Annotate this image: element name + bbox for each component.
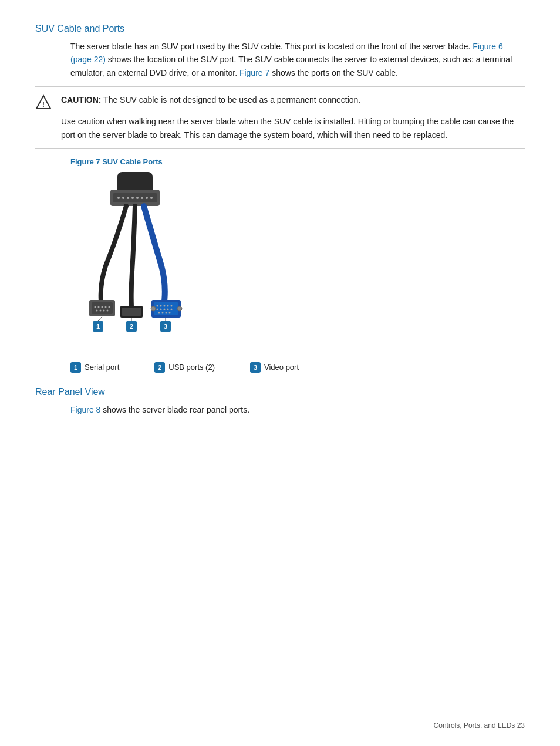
svg-point-17: [102, 306, 103, 308]
svg-text:!: !: [42, 100, 45, 109]
svg-text:3: 3: [164, 323, 167, 330]
svg-point-23: [107, 309, 109, 311]
figure8-link[interactable]: Figure 8: [70, 405, 100, 414]
svg-point-39: [162, 312, 164, 313]
svg-point-29: [160, 305, 162, 306]
svg-point-9: [136, 197, 139, 199]
svg-point-43: [177, 306, 182, 311]
rear-panel-text: shows the server blade rear panel ports.: [100, 405, 249, 414]
svg-point-22: [103, 309, 105, 311]
legend-label-1: Serial port: [85, 363, 119, 372]
svg-point-7: [127, 197, 129, 199]
svg-point-6: [122, 197, 124, 199]
caution-label: CAUTION:: [61, 95, 101, 104]
legend-badge-1: 1: [70, 362, 81, 373]
legend-badge-3: 3: [250, 362, 261, 373]
svg-point-36: [167, 308, 169, 310]
legend-label-3: Video port: [264, 363, 299, 372]
suv-paragraph: The server blade has an SUV port used by…: [70, 40, 525, 79]
svg-point-18: [105, 306, 107, 308]
figure-image: 1 2 3: [70, 172, 200, 354]
svg-point-8: [131, 197, 134, 199]
caution-line1-text: The SUV cable is not designed to be used…: [103, 95, 360, 104]
svg-point-41: [169, 312, 171, 313]
svg-point-20: [96, 309, 98, 311]
legend-item-3: 3 Video port: [250, 362, 299, 373]
legend-row: 1 Serial port 2 USB ports (2) 3 Video po…: [70, 362, 525, 373]
suv-text-part1: The server blade has an SUV port used by…: [70, 42, 473, 51]
svg-point-19: [109, 306, 110, 308]
svg-point-31: [167, 305, 169, 306]
svg-point-28: [157, 305, 158, 306]
svg-line-50: [98, 316, 102, 321]
cable-svg: 1 2 3: [70, 172, 200, 354]
svg-point-15: [95, 306, 96, 308]
figure-caption: Figure 7 SUV Cable Ports: [70, 157, 525, 166]
svg-point-37: [171, 308, 173, 310]
svg-point-34: [160, 308, 162, 310]
rear-panel-body: Figure 8 shows the server blade rear pan…: [70, 403, 525, 416]
legend-item-2: 2 USB ports (2): [154, 362, 215, 373]
svg-point-21: [100, 309, 102, 311]
svg-rect-14: [92, 302, 113, 314]
svg-point-10: [141, 197, 143, 199]
suv-heading: SUV Cable and Ports: [35, 23, 525, 34]
svg-text:1: 1: [96, 323, 100, 330]
caution-section: ! CAUTION: The SUV cable is not designed…: [35, 86, 525, 149]
legend-badge-2: 2: [154, 362, 165, 373]
svg-point-38: [158, 312, 160, 313]
figure7-link[interactable]: Figure 7: [239, 68, 269, 77]
svg-point-40: [166, 312, 167, 313]
svg-point-11: [146, 197, 148, 199]
caution-row: ! CAUTION: The SUV cable is not designed…: [35, 94, 525, 110]
svg-point-12: [150, 197, 153, 199]
rear-panel-heading: Rear Panel View: [35, 387, 525, 397]
caution-inline: CAUTION: The SUV cable is not designed t…: [61, 94, 360, 106]
svg-point-16: [98, 306, 100, 308]
rear-panel-section: Rear Panel View Figure 8 shows the serve…: [35, 387, 525, 416]
svg-point-35: [164, 308, 166, 310]
svg-rect-25: [122, 308, 141, 316]
legend-label-2: USB ports (2): [168, 363, 215, 372]
svg-point-30: [164, 305, 166, 306]
page-footer: Controls, Ports, and LEDs 23: [434, 721, 525, 730]
svg-point-42: [151, 306, 156, 311]
svg-point-33: [157, 308, 158, 310]
svg-point-32: [171, 305, 173, 306]
svg-point-5: [117, 197, 120, 199]
svg-text:2: 2: [130, 323, 133, 330]
caution-body: Use caution when walking near the server…: [61, 115, 525, 141]
legend-item-1: 1 Serial port: [70, 362, 119, 373]
suv-text-part3: shows the ports on the SUV cable.: [269, 68, 398, 77]
caution-icon: !: [35, 94, 52, 110]
